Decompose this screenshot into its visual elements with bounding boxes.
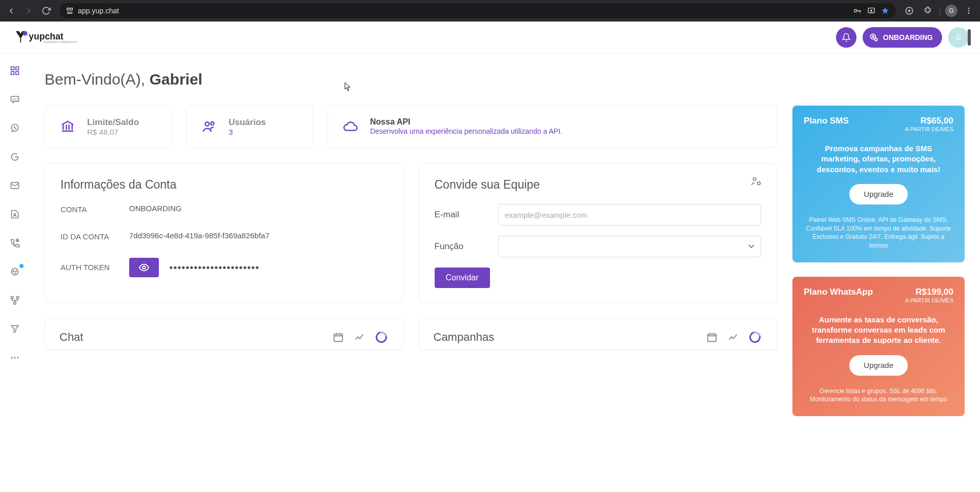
- nav-document-icon[interactable]: [9, 208, 21, 220]
- calendar-icon[interactable]: [705, 330, 719, 344]
- svg-rect-0: [67, 8, 69, 10]
- svg-point-26: [11, 268, 18, 275]
- app-logo[interactable]: yupchat BUSINESS COMMUNICATIONS: [11, 30, 78, 45]
- browser-menu-icon[interactable]: [962, 4, 976, 18]
- chart-line-icon[interactable]: [353, 330, 367, 344]
- account-value: ONBOARDING: [129, 204, 182, 216]
- nav-call-icon[interactable]: [9, 237, 21, 249]
- chat-title: Chat: [59, 331, 331, 344]
- plan-whatsapp-note: Gerencie listas e grupos. SSL de 4096 bi…: [804, 387, 953, 404]
- svg-text:yupchat: yupchat: [29, 31, 64, 42]
- plan-sms-per: A PARTIR DE/MÊS: [905, 126, 953, 132]
- browser-bar: app.yup.chat | G: [0, 0, 980, 22]
- svg-point-4: [854, 9, 857, 12]
- role-select[interactable]: [498, 236, 762, 257]
- svg-point-36: [211, 122, 214, 125]
- back-button[interactable]: [4, 4, 18, 18]
- invite-title: Convide sua Equipe: [435, 178, 762, 192]
- reveal-token-button[interactable]: [129, 258, 159, 277]
- svg-point-32: [11, 357, 12, 358]
- new-tab-button[interactable]: [902, 4, 916, 18]
- auth-token-label: AUTH TOKEN: [60, 262, 129, 274]
- nav-sms-icon[interactable]: SMS: [9, 93, 21, 106]
- loading-ring-icon[interactable]: [748, 330, 762, 344]
- svg-rect-17: [15, 67, 18, 70]
- users-value: 3: [229, 128, 266, 136]
- svg-point-28: [15, 271, 16, 272]
- svg-point-38: [753, 178, 757, 181]
- reload-button[interactable]: [39, 4, 53, 18]
- api-desc: Desenvolva uma experiência personalizada…: [370, 127, 562, 136]
- plan-sms-name: Plano SMS: [804, 116, 849, 126]
- onboarding-label: ONBOARDING: [883, 33, 933, 42]
- nav-google-icon[interactable]: [9, 151, 21, 163]
- plan-sms-upgrade-button[interactable]: Upgrade: [849, 184, 908, 204]
- nav-flow-icon[interactable]: [9, 294, 21, 306]
- invite-button[interactable]: Convidar: [435, 268, 490, 288]
- account-id-label: ID DA CONTA: [60, 231, 129, 243]
- loading-ring-icon[interactable]: [374, 330, 389, 344]
- svg-point-34: [17, 357, 18, 358]
- browser-profile-avatar[interactable]: G: [945, 5, 957, 17]
- svg-rect-29: [11, 297, 13, 299]
- chat-section: Chat: [45, 318, 403, 350]
- plan-sms-desc: Promova campanhas de SMS marketing, ofer…: [804, 144, 953, 175]
- account-info-panel: Informações da Conta CONTA ONBOARDING ID…: [45, 163, 403, 303]
- balance-card[interactable]: Limite/Saldo R$ 48,07: [45, 106, 172, 148]
- user-avatar[interactable]: G: [948, 27, 969, 48]
- campaigns-title: Campanhas: [434, 331, 705, 344]
- plan-whatsapp-name: Plano WhatsApp: [804, 287, 873, 297]
- extensions-icon[interactable]: [921, 4, 935, 18]
- email-input[interactable]: [498, 204, 762, 225]
- install-icon[interactable]: [867, 7, 875, 15]
- campaigns-section: Campanhas: [419, 318, 778, 350]
- users-card[interactable]: Usuários 3: [186, 106, 313, 148]
- onboarding-button[interactable]: ONBOARDING: [863, 27, 942, 48]
- api-label: Nossa API: [370, 117, 562, 127]
- email-label: E-mail: [435, 210, 498, 220]
- plan-sms-note: Painel Web SMS Online. API de Gateway do…: [804, 216, 953, 250]
- plan-whatsapp-per: A PARTIR DE/MÊS: [905, 297, 953, 303]
- bank-icon: [57, 116, 78, 137]
- plan-whatsapp-card: Plano WhatsApp R$199,00 A PARTIR DE/MÊS …: [792, 277, 965, 416]
- bookmark-star-icon[interactable]: [881, 6, 890, 15]
- url-bar[interactable]: app.yup.chat: [59, 3, 896, 18]
- chart-line-icon[interactable]: [726, 330, 741, 344]
- api-card[interactable]: Nossa API Desenvolva uma experiência per…: [328, 106, 777, 148]
- site-settings-icon[interactable]: [66, 7, 74, 15]
- account-id-value: 7dd3996c-4e8d-419a-985f-f369a826bfa7: [129, 231, 270, 243]
- nav-dashboard-icon[interactable]: [9, 65, 21, 77]
- svg-text:SMS: SMS: [12, 98, 18, 101]
- side-nav: SMS: [0, 53, 29, 492]
- users-icon: [199, 116, 219, 137]
- account-label: CONTA: [60, 204, 129, 216]
- key-icon[interactable]: [852, 7, 862, 15]
- page-title: Bem-Vindo(A), Gabriel: [45, 71, 965, 88]
- onboarding-gear-icon: [869, 32, 879, 43]
- svg-point-33: [14, 357, 15, 358]
- invite-team-panel: Convide sua Equipe E-mail Função Convida…: [419, 163, 778, 303]
- nav-more-icon[interactable]: [9, 352, 21, 364]
- plan-whatsapp-price: R$199,00: [905, 287, 953, 297]
- main-content: Bem-Vindo(A), Gabriel Limite/Saldo R$ 48…: [29, 53, 980, 492]
- url-text: app.yup.chat: [78, 7, 119, 15]
- nav-email-icon[interactable]: [9, 179, 21, 192]
- account-info-title: Informações da Conta: [60, 178, 387, 192]
- svg-point-8: [968, 10, 970, 12]
- calendar-icon[interactable]: [331, 330, 345, 344]
- notifications-button[interactable]: [836, 27, 856, 48]
- nav-whatsapp-icon[interactable]: [9, 122, 21, 134]
- team-settings-icon[interactable]: [750, 176, 762, 187]
- svg-rect-16: [11, 67, 14, 70]
- forward-button[interactable]: [22, 4, 36, 18]
- plan-whatsapp-upgrade-button[interactable]: Upgrade: [849, 355, 908, 376]
- svg-point-37: [142, 266, 146, 269]
- svg-point-14: [872, 35, 873, 37]
- nav-bot-icon[interactable]: [9, 265, 21, 278]
- welcome-prefix: Bem-Vindo(A),: [45, 71, 150, 88]
- svg-point-35: [206, 122, 210, 126]
- svg-text:BUSINESS COMMUNICATIONS: BUSINESS COMMUNICATIONS: [44, 41, 78, 44]
- plans-column: Plano SMS R$65,00 A PARTIR DE/MÊS Promov…: [792, 106, 965, 416]
- svg-rect-30: [16, 297, 18, 299]
- nav-filter-icon[interactable]: [9, 323, 21, 335]
